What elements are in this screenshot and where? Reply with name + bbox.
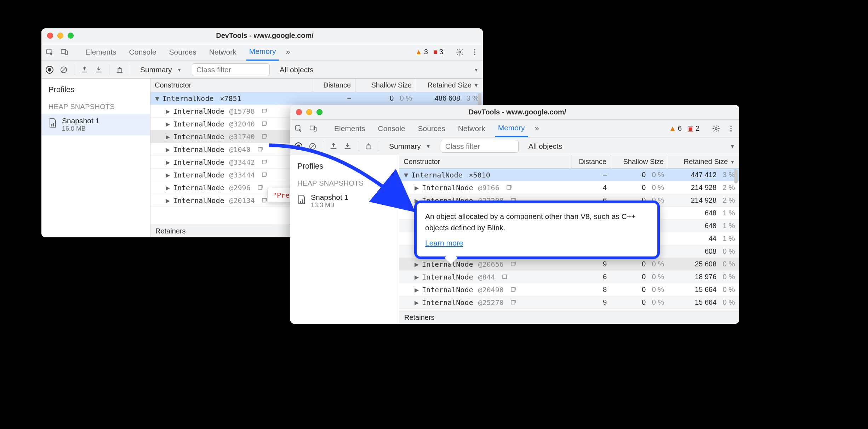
learn-more-link[interactable]: Learn more [425, 237, 463, 249]
open-in-new-icon[interactable] [261, 108, 268, 114]
close-window-button[interactable] [296, 109, 302, 115]
tab-memory[interactable]: Memory [495, 120, 528, 137]
record-button[interactable] [46, 66, 53, 74]
zoom-window-button[interactable] [316, 109, 322, 115]
open-in-new-icon[interactable] [510, 299, 516, 306]
snapshot-name: Snapshot 1 [62, 117, 99, 125]
expand-icon[interactable]: ▶ [414, 260, 419, 269]
expand-icon[interactable]: ▶ [414, 298, 419, 307]
col-constructor[interactable]: Constructor [150, 79, 312, 92]
minimize-window-button[interactable] [306, 109, 312, 115]
col-distance[interactable]: Distance [312, 79, 355, 92]
open-in-new-icon[interactable] [510, 261, 516, 267]
snapshot-item[interactable]: Snapshot 1 16.0 MB [41, 114, 150, 135]
tab-console[interactable]: Console [375, 120, 408, 137]
instance-row[interactable]: ▶InternalNode@9166400 %214 9282 % [399, 181, 739, 194]
col-shallow-size[interactable]: Shallow Size [355, 79, 416, 92]
scrollbar[interactable] [733, 169, 738, 310]
expand-icon[interactable]: ▶ [165, 120, 170, 128]
col-constructor[interactable]: Constructor [399, 155, 571, 168]
more-tabs-button[interactable]: » [286, 47, 290, 57]
open-in-new-icon[interactable] [257, 146, 263, 153]
objects-filter-select[interactable]: All objects [525, 142, 566, 151]
constructor-row[interactable]: ▼ InternalNode ×7851 – 00 % 486 6083 % [150, 92, 483, 105]
import-icon[interactable] [344, 142, 352, 150]
expand-icon[interactable]: ▶ [165, 107, 170, 115]
tab-console[interactable]: Console [126, 43, 159, 61]
retained-pct: 3 % [464, 94, 479, 102]
tab-memory[interactable]: Memory [246, 43, 279, 61]
open-in-new-icon[interactable] [261, 134, 268, 140]
view-mode-select[interactable]: Summary ▼ [386, 142, 434, 151]
tab-network[interactable]: Network [206, 43, 239, 61]
zoom-window-button[interactable] [68, 33, 74, 39]
tab-elements[interactable]: Elements [82, 43, 119, 61]
expand-icon[interactable]: ▶ [165, 171, 170, 179]
col-retained-size[interactable]: Retained Size ▼ [416, 79, 483, 92]
import-icon[interactable] [95, 66, 103, 74]
instance-row[interactable]: ▶InternalNode@20490800 %15 6640 % [399, 283, 739, 296]
warnings-badge[interactable]: ▲ 3 ■ 3 [415, 48, 443, 56]
retainers-bar[interactable]: Retainers [399, 311, 739, 324]
warnings-badge[interactable]: ▲ 6 ▣ 2 [669, 124, 699, 133]
open-in-new-icon[interactable] [502, 274, 508, 280]
more-tabs-button[interactable]: » [535, 124, 539, 133]
snapshots-section-label: HEAP SNAPSHOTS [290, 174, 399, 190]
class-filter-input[interactable] [192, 63, 270, 76]
collect-garbage-icon[interactable] [116, 66, 124, 74]
tab-sources[interactable]: Sources [415, 120, 448, 137]
instance-row[interactable]: ▶InternalNode@844600 %18 9760 % [399, 271, 739, 283]
settings-gear-icon[interactable] [712, 125, 720, 132]
open-in-new-icon[interactable] [506, 185, 512, 191]
expand-icon[interactable]: ▶ [165, 196, 170, 205]
col-retained-size[interactable]: Retained Size ▼ [668, 155, 739, 168]
collect-garbage-icon[interactable] [365, 142, 372, 150]
clear-button[interactable] [309, 142, 316, 150]
open-in-new-icon[interactable] [261, 121, 268, 127]
minimize-window-button[interactable] [57, 33, 63, 39]
tab-sources[interactable]: Sources [166, 43, 199, 61]
tab-elements[interactable]: Elements [331, 120, 368, 137]
object-id: @32040 [229, 120, 255, 128]
close-window-button[interactable] [47, 33, 53, 39]
class-filter-input[interactable] [441, 140, 519, 153]
export-icon[interactable] [81, 66, 88, 74]
expand-icon[interactable]: ▶ [165, 132, 170, 141]
expand-icon[interactable]: ▶ [165, 158, 170, 166]
open-in-new-icon[interactable] [261, 172, 268, 178]
expand-icon[interactable]: ▶ [414, 286, 419, 294]
clear-button[interactable] [60, 66, 68, 74]
object-id: @20490 [478, 286, 504, 294]
snapshot-item[interactable]: Snapshot 1 13.3 MB [290, 190, 399, 212]
constructor-row[interactable]: ▼ InternalNode ×5010 – 00 % 447 4123 % [399, 169, 739, 181]
chevron-down-icon[interactable]: ▼ [474, 67, 479, 73]
col-distance[interactable]: Distance [571, 155, 611, 168]
collapse-icon[interactable]: ▼ [404, 171, 409, 179]
open-in-new-icon[interactable] [261, 197, 268, 204]
open-in-new-icon[interactable] [510, 287, 516, 293]
record-button[interactable] [295, 142, 302, 150]
instance-count: ×7851 [220, 94, 241, 103]
device-toolbar-icon[interactable] [61, 48, 68, 56]
export-icon[interactable] [330, 142, 337, 150]
inspect-element-icon[interactable] [295, 125, 302, 132]
object-name: InternalNode [173, 171, 224, 179]
device-toolbar-icon[interactable] [309, 125, 317, 132]
chevron-down-icon[interactable]: ▼ [730, 143, 735, 149]
kebab-menu-icon[interactable] [471, 48, 479, 56]
kebab-menu-icon[interactable] [727, 125, 735, 132]
expand-icon[interactable]: ▶ [414, 273, 419, 281]
instance-row[interactable]: ▶InternalNode@25270900 %15 6640 % [399, 296, 739, 309]
open-in-new-icon[interactable] [261, 159, 268, 165]
expand-icon[interactable]: ▶ [165, 184, 170, 192]
objects-filter-select[interactable]: All objects [276, 66, 317, 74]
col-shallow-size[interactable]: Shallow Size [611, 155, 668, 168]
view-mode-select[interactable]: Summary ▼ [137, 66, 185, 74]
collapse-icon[interactable]: ▼ [155, 94, 160, 103]
open-in-new-icon[interactable] [257, 185, 263, 191]
settings-gear-icon[interactable] [456, 48, 464, 56]
tab-network[interactable]: Network [455, 120, 488, 137]
expand-icon[interactable]: ▶ [414, 184, 419, 192]
inspect-element-icon[interactable] [46, 48, 53, 56]
expand-icon[interactable]: ▶ [165, 145, 170, 154]
